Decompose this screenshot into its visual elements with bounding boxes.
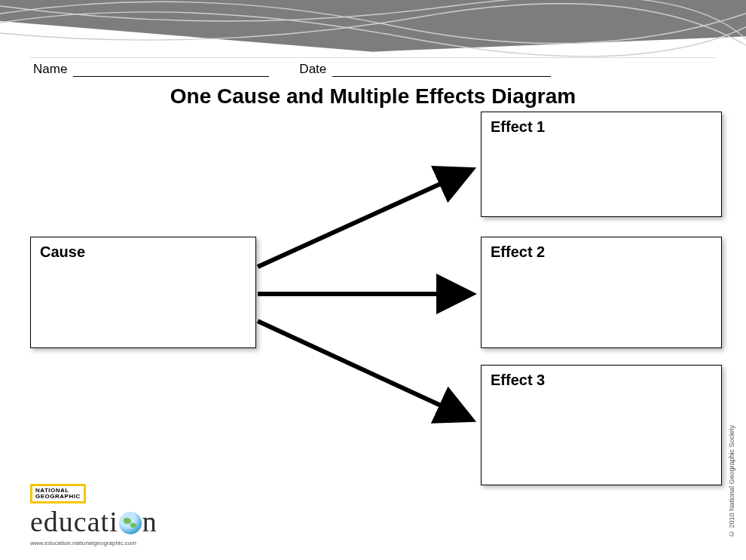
header-divider: [30, 57, 716, 58]
name-input-line[interactable]: [73, 66, 269, 77]
edu-prefix: educati: [30, 505, 118, 538]
education-wordmark: educati n: [30, 505, 157, 538]
name-date-row: Name Date: [33, 62, 713, 77]
website-url: www.education.nationalgeographic.com: [30, 540, 157, 546]
arrow-to-effect-3: [258, 321, 470, 419]
date-field: Date: [299, 62, 551, 77]
date-label: Date: [299, 62, 326, 77]
cause-box[interactable]: Cause: [30, 237, 256, 348]
effect-3-box[interactable]: Effect 3: [481, 365, 722, 485]
page-title: One Cause and Multiple Effects Diagram: [0, 84, 746, 109]
arrow-to-effect-1: [258, 170, 470, 267]
header-banner: [0, 0, 746, 59]
name-label: Name: [33, 62, 67, 77]
copyright-text: © 2010 National Geographic Society: [728, 425, 735, 537]
name-field: Name: [33, 62, 269, 77]
effect-1-box[interactable]: Effect 1: [481, 112, 722, 217]
effect-2-box[interactable]: Effect 2: [481, 237, 722, 348]
edu-suffix: n: [142, 505, 157, 538]
date-input-line[interactable]: [332, 66, 551, 77]
globe-icon: [119, 512, 142, 534]
natgeo-badge-icon: NATIONALGEOGRAPHIC: [30, 484, 86, 503]
banner-swooshes: [0, 0, 746, 59]
brand-logo: NATIONALGEOGRAPHIC educati n www.educati…: [30, 484, 157, 546]
